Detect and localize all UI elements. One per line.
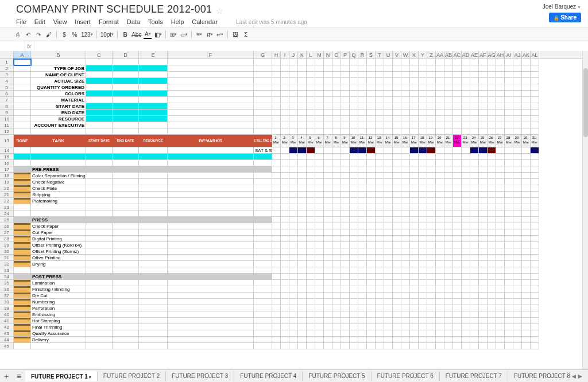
cell[interactable] [341,324,350,330]
cell[interactable] [401,293,410,299]
cell[interactable] [488,147,496,154]
cell[interactable] [453,248,462,255]
cell[interactable] [410,337,419,343]
cell[interactable] [531,280,539,286]
cell[interactable] [393,343,401,349]
cell[interactable] [505,198,513,204]
cell[interactable] [113,217,139,223]
cell[interactable] [86,293,113,299]
cell[interactable] [272,261,281,267]
cell[interactable] [522,274,531,280]
cell[interactable] [86,59,113,65]
cell[interactable] [324,173,332,179]
row-header[interactable]: 44 [0,337,14,343]
cell[interactable] [332,160,341,166]
cell[interactable] [332,330,341,337]
cell[interactable] [462,166,470,173]
cell[interactable] [139,97,168,103]
cell[interactable] [479,103,488,110]
cell[interactable] [376,324,384,330]
cell[interactable] [401,324,410,330]
menu-insert[interactable]: Insert [75,18,91,25]
cell[interactable] [332,261,341,267]
cell[interactable] [350,204,358,211]
cell[interactable] [298,255,307,261]
cell[interactable] [168,198,254,204]
cell[interactable] [113,204,139,211]
cell[interactable] [298,204,307,211]
cell[interactable] [272,330,281,337]
cell[interactable] [401,147,410,154]
cell[interactable] [281,91,289,97]
cell[interactable] [113,236,139,242]
cell[interactable]: PRE-PRESS [31,166,86,173]
cell[interactable] [384,154,393,160]
cell[interactable] [332,198,341,204]
cell[interactable] [315,223,324,229]
cell[interactable] [427,154,436,160]
cell[interactable] [358,255,367,261]
cell[interactable] [341,84,350,91]
cell[interactable] [479,192,488,198]
cell[interactable] [436,261,444,267]
tab-nav[interactable]: ◀▶ [572,373,588,379]
cell[interactable] [522,103,531,110]
cell[interactable] [427,72,436,78]
cell[interactable] [254,217,272,223]
cell[interactable] [341,223,350,229]
cell[interactable] [531,166,539,173]
cell[interactable] [307,185,315,192]
cell[interactable] [488,337,496,343]
cell[interactable] [350,223,358,229]
cell[interactable] [505,122,513,128]
cell[interactable] [358,318,367,324]
cell[interactable] [254,128,272,135]
cell[interactable] [453,103,462,110]
cell[interactable] [350,179,358,185]
cell[interactable] [427,330,436,337]
cell[interactable] [462,154,470,160]
cell[interactable] [367,274,376,280]
number-format[interactable]: 123 [81,30,93,39]
cell[interactable] [341,343,350,349]
cell[interactable] [86,223,113,229]
cell[interactable] [522,166,531,173]
cell[interactable] [410,248,419,255]
cell[interactable] [470,160,479,166]
cell[interactable] [14,286,31,293]
cell[interactable] [522,248,531,255]
cell[interactable] [444,261,453,267]
cell[interactable] [376,242,384,248]
cell[interactable] [281,242,289,248]
cell[interactable] [384,343,393,349]
cell[interactable] [462,179,470,185]
cell[interactable] [272,116,281,122]
cell[interactable] [281,185,289,192]
cell[interactable] [367,242,376,248]
cell[interactable] [436,217,444,223]
cell[interactable] [427,110,436,116]
cell[interactable] [139,267,168,274]
cell[interactable] [298,65,307,72]
cell[interactable] [496,293,505,299]
cell[interactable] [367,311,376,318]
cell[interactable] [315,330,324,337]
cell[interactable] [254,78,272,84]
cell[interactable] [315,311,324,318]
cell[interactable] [332,116,341,122]
cell[interactable] [436,299,444,305]
cell[interactable] [307,255,315,261]
cell[interactable] [419,274,427,280]
cell[interactable] [462,324,470,330]
cell[interactable] [86,204,113,211]
cell[interactable] [436,65,444,72]
cell[interactable] [289,116,298,122]
cell[interactable] [505,255,513,261]
cell[interactable] [324,305,332,311]
cell[interactable]: Perforation [31,305,86,311]
col-header-AD[interactable]: AD [462,51,470,59]
cell[interactable] [479,280,488,286]
cell[interactable] [470,305,479,311]
cell[interactable] [427,97,436,103]
cell[interactable] [341,192,350,198]
